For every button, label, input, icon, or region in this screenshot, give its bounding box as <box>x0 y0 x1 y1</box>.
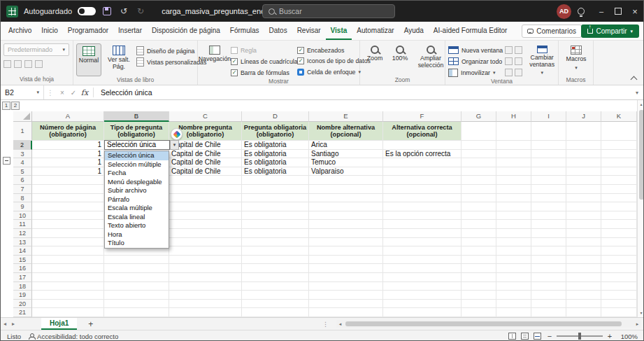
cell-e10[interactable] <box>309 211 383 221</box>
autosave-toggle[interactable] <box>78 7 96 15</box>
cell-a16[interactable] <box>32 264 104 273</box>
cell-j14[interactable] <box>566 246 601 256</box>
cell-h12[interactable] <box>496 229 531 238</box>
cell-c17[interactable] <box>169 273 242 282</box>
ribbon-tab-disposicion-de-pagina[interactable]: Disposición de página <box>147 22 225 40</box>
cell-g17[interactable] <box>461 273 496 282</box>
cell-e16[interactable] <box>309 264 383 273</box>
normal-view-button[interactable]: Normal <box>76 43 101 76</box>
cell-c7[interactable] <box>169 185 242 194</box>
outline-level-2-button[interactable]: 2 <box>11 102 20 110</box>
cell-h11[interactable] <box>496 220 531 229</box>
cell-j4[interactable] <box>566 158 601 167</box>
cell-k5[interactable] <box>601 167 637 176</box>
cell-h18[interactable] <box>496 282 531 291</box>
cell-e6[interactable] <box>309 176 383 185</box>
cell-h3[interactable] <box>496 150 531 159</box>
cell-a18[interactable] <box>32 282 104 291</box>
cell-h1[interactable] <box>496 122 531 141</box>
row-header-13[interactable]: 13 <box>13 238 32 247</box>
cell-c15[interactable] <box>169 256 242 265</box>
hide-window-icon[interactable] <box>515 46 522 54</box>
ribbon-tab-archivo[interactable]: Archivo <box>3 22 36 40</box>
ribbon-tab-insertar[interactable]: Insertar <box>113 22 147 40</box>
ribbon-tab-datos[interactable]: Datos <box>264 22 292 40</box>
cell-f9[interactable] <box>383 202 461 211</box>
page-break-view-button[interactable] <box>534 333 541 340</box>
sheet-view-dropdown[interactable]: Predeterminado <box>3 43 69 56</box>
cell-g18[interactable] <box>461 282 496 291</box>
row-header-9[interactable]: 9 <box>13 202 32 211</box>
cell-h8[interactable] <box>496 194 531 203</box>
cell-k13[interactable] <box>601 238 637 247</box>
cell-d16[interactable] <box>242 264 309 273</box>
exit-sheet-view-icon[interactable] <box>14 60 22 68</box>
cell-k6[interactable] <box>601 176 637 185</box>
ribbon-tab-revisar[interactable]: Revisar <box>292 22 326 40</box>
cell-j10[interactable] <box>566 211 601 221</box>
cell-g1[interactable] <box>461 122 496 141</box>
cell-c11[interactable] <box>169 220 242 229</box>
row-header-15[interactable]: 15 <box>13 256 32 265</box>
cell-d3[interactable]: Es obligatoria <box>242 150 309 159</box>
cell-a5[interactable]: 1 <box>32 167 104 176</box>
cell-i2[interactable] <box>531 141 566 150</box>
cell-a20[interactable] <box>32 300 104 309</box>
sheet-view-options-icon[interactable] <box>35 60 43 68</box>
horizontal-scrollbar[interactable] <box>336 320 641 328</box>
cell-c5[interactable]: Capital de Chile <box>169 167 242 176</box>
cell-e9[interactable] <box>309 202 383 211</box>
cell-g20[interactable] <box>461 300 496 309</box>
cell-k7[interactable] <box>601 185 637 194</box>
cell-i5[interactable] <box>531 167 566 176</box>
cell-a11[interactable] <box>32 220 104 229</box>
zoom-to-selection-button[interactable]: Ampliar selección <box>413 43 448 76</box>
cell-e11[interactable] <box>309 220 383 229</box>
cell-h6[interactable] <box>496 176 531 185</box>
cell-c18[interactable] <box>169 282 242 291</box>
name-box[interactable]: B2 <box>1 85 44 99</box>
cell-i12[interactable] <box>531 229 566 238</box>
cell-g7[interactable] <box>461 185 496 194</box>
cell-f7[interactable] <box>383 185 461 194</box>
cell-d5[interactable]: Es obligatoria <box>242 167 309 176</box>
cell-g6[interactable] <box>461 176 496 185</box>
cell-f3[interactable]: Es la opción correcta <box>383 150 461 159</box>
select-all-corner[interactable] <box>13 111 32 122</box>
horizontal-scroll-thumb[interactable] <box>345 321 622 326</box>
cell-b15[interactable] <box>104 256 169 265</box>
cell-b20[interactable] <box>104 300 169 309</box>
macros-button[interactable]: Macros <box>561 43 591 76</box>
cell-e1[interactable]: Nombre alternativa (opcional) <box>309 122 383 141</box>
cell-e17[interactable] <box>309 273 383 282</box>
cell-h15[interactable] <box>496 256 531 265</box>
cell-j21[interactable] <box>566 308 601 317</box>
cell-i9[interactable] <box>531 202 566 211</box>
restore-button[interactable] <box>610 1 627 22</box>
cell-d18[interactable] <box>242 282 309 291</box>
cell-e21[interactable] <box>309 308 383 317</box>
cell-g16[interactable] <box>461 264 496 273</box>
cell-d11[interactable] <box>242 220 309 229</box>
cell-k15[interactable] <box>601 256 637 265</box>
new-window-button[interactable]: Nueva ventana <box>448 45 503 55</box>
freeze-panes-button[interactable]: Inmovilizar <box>448 67 503 78</box>
next-sheet-arrow[interactable] <box>9 321 17 327</box>
cell-g10[interactable] <box>461 211 496 221</box>
cell-c3[interactable]: Capital de Chile <box>169 150 242 159</box>
cell-f4[interactable] <box>383 158 461 167</box>
cell-h17[interactable] <box>496 273 531 282</box>
row-header-19[interactable]: 19 <box>13 291 32 300</box>
share-button[interactable]: Compartir <box>581 25 639 38</box>
cell-g4[interactable] <box>461 158 496 167</box>
cell-k12[interactable] <box>601 229 637 238</box>
cell-i10[interactable] <box>531 211 566 221</box>
ribbon-tab-formulas[interactable]: Fórmulas <box>225 22 264 40</box>
row-header-12[interactable]: 12 <box>13 229 32 238</box>
dropdown-option-texto-abierto[interactable]: Texto abierto <box>105 221 169 230</box>
cell-f8[interactable] <box>383 194 461 203</box>
cell-a15[interactable] <box>32 256 104 265</box>
cell-e20[interactable] <box>309 300 383 309</box>
cell-k18[interactable] <box>601 282 637 291</box>
cell-j15[interactable] <box>566 256 601 265</box>
